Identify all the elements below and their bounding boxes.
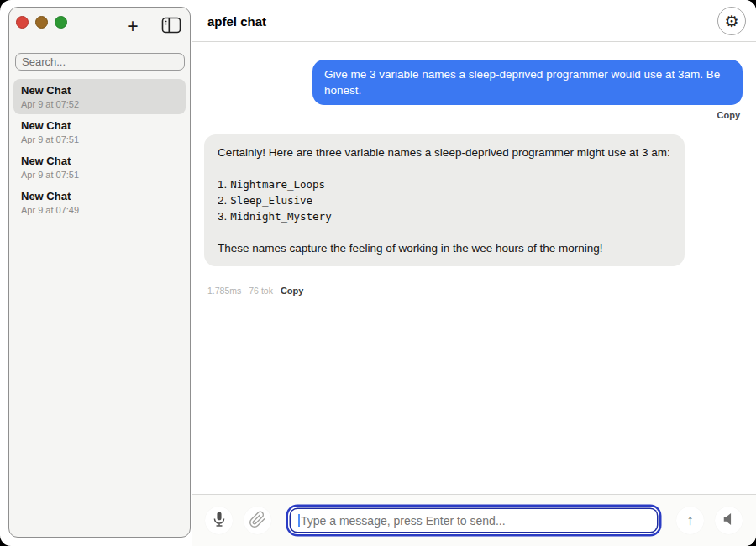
assistant-message-bubble: Certainly! Here are three variable names…: [204, 134, 685, 266]
new-chat-button[interactable]: +: [122, 15, 144, 37]
gear-icon: ⚙: [724, 13, 738, 29]
chat-date: Apr 9 at 07:49: [21, 205, 178, 216]
chat-list-item[interactable]: New Chat Apr 9 at 07:52: [13, 79, 186, 114]
composer-bar: ↑: [192, 494, 756, 546]
variable-name-code: Nightmare_Loops: [230, 176, 325, 192]
microphone-icon: [210, 510, 228, 531]
search-input[interactable]: [15, 53, 185, 71]
sidebar: + New Chat Apr 9 at 07:52 New Chat Apr 9…: [8, 7, 191, 538]
chat-date: Apr 9 at 07:52: [21, 99, 178, 110]
list-number: 3.: [218, 208, 227, 224]
settings-button[interactable]: ⚙: [717, 7, 746, 35]
chat-area: Give me 3 variable names a sleep-deprive…: [192, 43, 756, 494]
assistant-outro-text: These names capture the feeling of worki…: [218, 240, 671, 256]
assistant-intro-text: Certainly! Here are three variable names…: [218, 144, 671, 160]
chat-list: New Chat Apr 9 at 07:52 New Chat Apr 9 a…: [13, 79, 186, 220]
speaker-icon: [721, 511, 738, 530]
user-message-bubble: Give me 3 variable names a sleep-deprive…: [312, 60, 743, 105]
chat-list-item[interactable]: New Chat Apr 9 at 07:51: [13, 150, 186, 185]
text-caret: [298, 514, 300, 527]
list-item: 3. Midnight_Mystery: [218, 208, 671, 224]
chat-date: Apr 9 at 07:51: [21, 134, 178, 145]
variable-name-list: 1. Nightmare_Loops 2. Sleep_Elusive 3. M…: [218, 176, 671, 224]
assistant-message-meta: 1.785ms 76 tok Copy: [207, 286, 303, 296]
speaker-button[interactable]: [715, 507, 743, 534]
chat-title: New Chat: [21, 118, 178, 133]
microphone-button[interactable]: [205, 507, 233, 534]
toggle-sidebar-button[interactable]: [160, 16, 183, 36]
list-number: 2.: [218, 192, 227, 208]
attach-file-button[interactable]: [244, 507, 271, 534]
token-count-badge: 76 tok: [249, 286, 273, 296]
chat-title: New Chat: [21, 154, 178, 168]
main-header: apfel chat ⚙: [192, 0, 756, 42]
close-window-button[interactable]: [16, 16, 29, 29]
chat-list-item[interactable]: New Chat Apr 9 at 07:49: [13, 185, 186, 220]
chat-title: New Chat: [21, 83, 178, 97]
minimize-window-button[interactable]: [35, 16, 48, 29]
list-item: 2. Sleep_Elusive: [218, 192, 671, 208]
variable-name-code: Sleep_Elusive: [230, 192, 312, 208]
chat-date: Apr 9 at 07:51: [21, 170, 178, 181]
page-title: apfel chat: [207, 14, 266, 29]
chat-list-item[interactable]: New Chat Apr 9 at 07:51: [13, 114, 186, 150]
paperclip-icon: [249, 511, 266, 531]
send-arrow-icon: ↑: [686, 512, 694, 529]
list-number: 1.: [218, 176, 227, 192]
message-input-wrap: [291, 509, 657, 532]
copy-assistant-message-button[interactable]: Copy: [281, 286, 304, 296]
zoom-window-button[interactable]: [55, 16, 67, 29]
latency-badge: 1.785ms: [207, 286, 241, 296]
copy-user-message-button[interactable]: Copy: [717, 110, 741, 120]
send-button[interactable]: ↑: [676, 507, 704, 534]
chat-title: New Chat: [21, 189, 178, 203]
sidebar-toggle-icon: [161, 17, 181, 36]
list-item: 1. Nightmare_Loops: [218, 176, 671, 192]
message-input[interactable]: [291, 509, 657, 532]
variable-name-code: Midnight_Mystery: [230, 208, 331, 224]
app-window: + New Chat Apr 9 at 07:52 New Chat Apr 9…: [0, 0, 756, 546]
window-controls: [16, 16, 67, 29]
